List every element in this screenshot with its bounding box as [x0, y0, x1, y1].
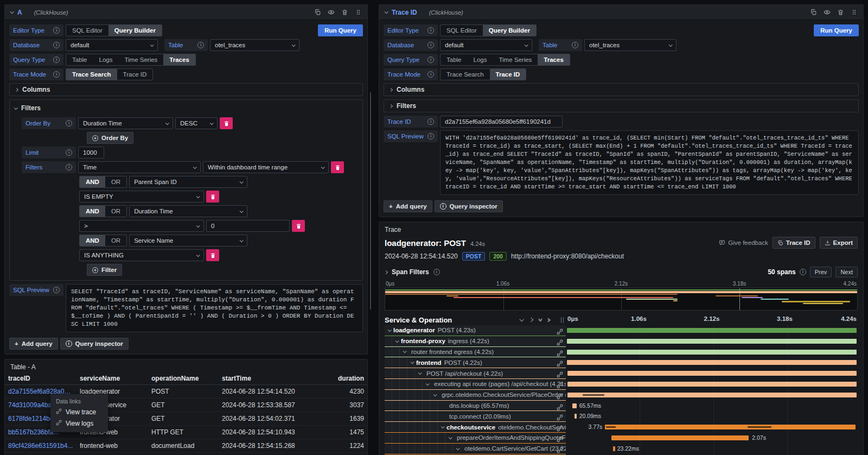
- database-select[interactable]: default: [66, 39, 158, 51]
- chevron-down-icon[interactable]: [441, 425, 445, 428]
- chevron-down-icon[interactable]: [433, 393, 437, 396]
- query-row-header-traceid[interactable]: Trace ID (ClickHouse): [379, 5, 863, 20]
- column-resizer[interactable]: [561, 317, 564, 323]
- filter-field-select[interactable]: Time: [78, 161, 201, 173]
- duplicate-icon[interactable]: [810, 9, 817, 16]
- info-icon[interactable]: i: [572, 42, 578, 48]
- link-icon[interactable]: [557, 370, 563, 379]
- span-row[interactable]: POST /api/checkout (4.22s): [385, 368, 858, 379]
- info-icon[interactable]: i: [427, 133, 434, 140]
- chevron-down-icon[interactable]: [395, 339, 399, 343]
- span-row[interactable]: frontend-proxy ingress (4.22s): [385, 336, 858, 347]
- remove-filter-button[interactable]: [331, 161, 344, 173]
- collapse-all-icon[interactable]: [539, 319, 542, 321]
- info-icon[interactable]: i: [433, 269, 440, 275]
- remove-order-by-button[interactable]: [220, 117, 233, 129]
- column-header-servicename[interactable]: serviceName: [76, 372, 148, 385]
- span-row[interactable]: router frontend egress (4.22s): [385, 347, 858, 358]
- condition3-field-select[interactable]: Service Name: [129, 235, 247, 247]
- column-header-traceid[interactable]: traceID: [5, 372, 76, 385]
- info-icon[interactable]: i: [53, 56, 60, 63]
- span-row[interactable]: oteldemo.CartService/GetCart (23.22ms) 2…: [385, 444, 858, 454]
- trace-id-link[interactable]: 89cf4286e631591b4...: [5, 439, 76, 453]
- query-inspector-button[interactable]: iQuery inspector: [60, 338, 129, 350]
- link-icon[interactable]: [557, 413, 563, 422]
- or-option[interactable]: OR: [105, 235, 126, 246]
- expand-all-icon[interactable]: [548, 319, 550, 321]
- collapse-one-icon[interactable]: [519, 317, 524, 321]
- info-icon[interactable]: i: [197, 42, 204, 48]
- order-by-direction-select[interactable]: DESC: [175, 117, 218, 129]
- condition2-field-select[interactable]: Duration Time: [129, 205, 247, 217]
- query-type-table[interactable]: Table: [66, 54, 93, 65]
- trace-search-option[interactable]: Trace Search: [441, 69, 490, 80]
- chevron-down-icon[interactable]: [385, 10, 388, 14]
- sql-editor-option[interactable]: SQL Editor: [66, 25, 108, 36]
- link-icon[interactable]: [557, 381, 563, 390]
- drag-handle-icon[interactable]: [355, 9, 362, 16]
- column-header-operationname[interactable]: operationName: [148, 372, 219, 385]
- or-option[interactable]: OR: [105, 206, 126, 217]
- trace-id-option[interactable]: Trace ID: [490, 69, 526, 80]
- remove-condition3-button[interactable]: [206, 249, 219, 261]
- info-icon[interactable]: i: [66, 164, 72, 170]
- condition1-operator-select[interactable]: IS EMPTY: [79, 191, 204, 203]
- link-icon[interactable]: [557, 359, 563, 368]
- database-select[interactable]: default: [440, 39, 532, 51]
- span-row[interactable]: dns.lookup (65.57ms) 65.57ms: [385, 401, 858, 412]
- view-logs-link[interactable]: View logs: [56, 420, 103, 427]
- next-button[interactable]: Next: [835, 267, 858, 277]
- span-row[interactable]: grpc.oteldemo.CheckoutService/PlaceOrder…: [385, 390, 858, 401]
- remove-condition1-button[interactable]: [206, 191, 219, 203]
- query-row-header-a[interactable]: A (ClickHouse): [5, 5, 367, 20]
- add-query-button[interactable]: +Add query: [384, 200, 432, 212]
- chevron-down-icon[interactable]: [456, 446, 460, 450]
- chevron-down-icon[interactable]: [10, 10, 14, 14]
- span-row[interactable]: executing api route (pages) /api/checkou…: [385, 379, 858, 390]
- table-row[interactable]: 89cf4286e631591b4... frontend-web docume…: [5, 439, 367, 453]
- link-icon[interactable]: [557, 403, 563, 412]
- and-option[interactable]: AND: [80, 176, 105, 187]
- info-icon[interactable]: i: [53, 71, 60, 78]
- trace-minimap[interactable]: [385, 288, 858, 311]
- info-icon[interactable]: i: [427, 71, 434, 78]
- link-icon[interactable]: [557, 424, 563, 433]
- add-order-by-button[interactable]: Order By: [87, 132, 133, 144]
- query-inspector-button[interactable]: iQuery inspector: [435, 200, 503, 212]
- condition2-value-input[interactable]: 0: [206, 220, 290, 232]
- columns-section-toggle[interactable]: Columns: [384, 83, 859, 96]
- delete-query-icon[interactable]: [341, 9, 348, 16]
- hide-query-icon[interactable]: [328, 9, 335, 16]
- hide-query-icon[interactable]: [824, 9, 831, 16]
- span-row[interactable]: checkoutservice oteldemo.CheckoutService…: [385, 422, 858, 433]
- query-type-time-series[interactable]: Time Series: [493, 54, 538, 65]
- link-icon[interactable]: [557, 435, 563, 444]
- query-builder-option[interactable]: Query Builder: [108, 25, 162, 36]
- column-header-duration[interactable]: duration: [312, 372, 367, 385]
- link-icon[interactable]: [557, 392, 563, 401]
- expand-one-icon[interactable]: [529, 318, 533, 322]
- or-option[interactable]: OR: [105, 176, 126, 187]
- give-feedback-link[interactable]: Give feedback: [719, 239, 768, 246]
- info-icon[interactable]: i: [66, 120, 72, 127]
- pane-splitter[interactable]: [370, 92, 371, 309]
- chevron-down-icon[interactable]: [449, 435, 452, 439]
- query-type-time-series[interactable]: Time Series: [118, 54, 163, 65]
- table-select[interactable]: otel_traces: [210, 39, 299, 51]
- link-icon[interactable]: [557, 349, 563, 358]
- span-row[interactable]: prepareOrderItemsAndShippingQuoteFromCar…: [385, 433, 858, 444]
- table-select[interactable]: otel_traces: [584, 39, 676, 51]
- and-option[interactable]: AND: [80, 206, 105, 217]
- columns-section-toggle[interactable]: Columns: [9, 83, 363, 96]
- span-filters-label[interactable]: Span Filters: [392, 268, 429, 276]
- prev-button[interactable]: Prev: [810, 267, 832, 277]
- condition1-field-select[interactable]: Parent Span ID: [129, 176, 247, 188]
- filter-value-select[interactable]: Within dashboard time range: [203, 161, 329, 173]
- chevron-right-icon[interactable]: [384, 270, 388, 274]
- delete-query-icon[interactable]: [837, 9, 844, 16]
- duplicate-icon[interactable]: [314, 9, 321, 16]
- trace-id-option[interactable]: Trace ID: [117, 69, 153, 80]
- span-row[interactable]: tcp.connect (20.09ms) 20.09ms: [385, 411, 858, 422]
- trace-id-input[interactable]: d2a7155ef6a928a05680e5ff6190241d: [440, 116, 563, 128]
- info-icon[interactable]: i: [427, 118, 434, 125]
